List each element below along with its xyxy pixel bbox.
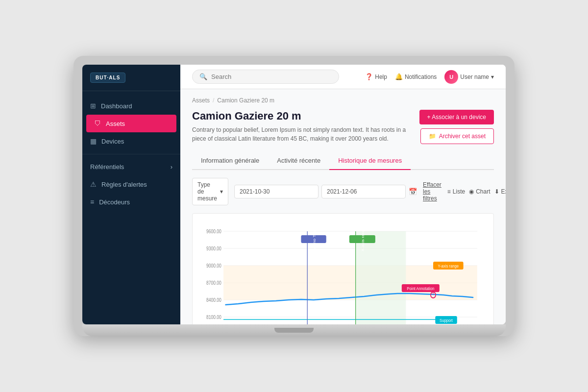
devices-icon: ▦ bbox=[90, 137, 97, 145]
action-buttons: + Associer à un device 📁 Archiver cet as… bbox=[419, 110, 494, 144]
sidebar-item-alertes[interactable]: ⚠ Règles d'alertes bbox=[82, 175, 180, 193]
svg-text:8700.00: 8700.00 bbox=[206, 280, 221, 286]
tab-historique-mesures[interactable]: Historique de mesures bbox=[329, 152, 411, 170]
sidebar-item-dashboard-label: Dashboard bbox=[101, 102, 132, 110]
search-box[interactable]: 🔍 bbox=[192, 70, 339, 84]
svg-text:X-axis range: X-axis range bbox=[360, 226, 365, 251]
page-title-section: Camion Gaziere 20 m Contrary to popular … bbox=[192, 110, 413, 143]
help-icon: ❓ bbox=[365, 73, 373, 80]
breadcrumb-separator: / bbox=[213, 97, 214, 104]
date-range: 📅 bbox=[234, 185, 417, 198]
sidebar-logo: BUT·ALS bbox=[82, 65, 180, 91]
list-icon: ≡ bbox=[447, 188, 451, 195]
tab-activite-recente[interactable]: Activité récente bbox=[268, 152, 329, 170]
svg-text:9000.00: 9000.00 bbox=[206, 263, 221, 269]
user-menu[interactable]: U User name ▾ bbox=[444, 70, 494, 84]
notifications-label: Notifications bbox=[405, 74, 437, 80]
laptop-frame: BUT·ALS ⊞ Dashboard ⛉ Assets ▦ Devices R… bbox=[74, 56, 514, 336]
sidebar: BUT·ALS ⊞ Dashboard ⛉ Assets ▦ Devices R… bbox=[82, 65, 180, 324]
help-button[interactable]: ❓ Help bbox=[365, 73, 387, 80]
header-right: ❓ Help 🔔 Notifications U User name ▾ bbox=[365, 70, 494, 84]
page-content: Assets / Camion Gaziere 20 m Camion Gazi… bbox=[180, 89, 506, 324]
clear-filters-button[interactable]: Effacer les filtres bbox=[423, 181, 441, 202]
help-label: Help bbox=[375, 74, 387, 80]
laptop-notch bbox=[274, 328, 314, 333]
export-icon: ⬇ bbox=[494, 188, 499, 195]
nav-divider bbox=[82, 154, 180, 154]
bell-icon: 🔔 bbox=[395, 73, 403, 80]
calendar-icon[interactable]: 📅 bbox=[409, 188, 417, 196]
sidebar-item-devices[interactable]: ▦ Devices bbox=[82, 132, 180, 150]
alert-icon: ⚠ bbox=[90, 180, 97, 188]
chart-svg: 9600.00 9300.00 9000.00 8700.00 8400.00 … bbox=[200, 221, 486, 324]
measure-type-label: Type de mesure bbox=[197, 181, 217, 202]
logo-box: BUT·ALS bbox=[90, 73, 125, 83]
sidebar-item-assets-label: Assets bbox=[106, 120, 125, 127]
chart-container: 9600.00 9300.00 9000.00 8700.00 8400.00 … bbox=[192, 213, 494, 324]
filters-row: Type de mesure ▾ 📅 Effacer les filtres ≡… bbox=[192, 178, 494, 205]
view-chart-label: Chart bbox=[476, 188, 490, 195]
tab-information-generale[interactable]: Information générale bbox=[192, 152, 268, 170]
svg-text:9300.00: 9300.00 bbox=[206, 246, 221, 251]
notifications-button[interactable]: 🔔 Notifications bbox=[395, 73, 437, 80]
svg-text:Anno Test: Anno Test bbox=[312, 229, 316, 249]
breadcrumb: Assets / Camion Gaziere 20 m bbox=[192, 97, 494, 104]
svg-text:8100.00: 8100.00 bbox=[206, 315, 221, 320]
view-list-label: Liste bbox=[453, 188, 465, 195]
avatar: U bbox=[444, 70, 458, 84]
user-name-label: User name bbox=[460, 74, 489, 80]
sidebar-item-devices-label: Devices bbox=[101, 138, 124, 145]
sidebar-item-decodeurs-label: Décodeurs bbox=[99, 198, 130, 206]
breadcrumb-current: Camion Gaziere 20 m bbox=[217, 97, 274, 104]
svg-text:Point Annotation: Point Annotation bbox=[407, 286, 434, 291]
chart-svg-wrapper: 9600.00 9300.00 9000.00 8700.00 8400.00 … bbox=[200, 221, 486, 324]
svg-text:Y-axis range: Y-axis range bbox=[438, 263, 459, 269]
sidebar-section-referentiels[interactable]: Référentiels › bbox=[82, 158, 180, 175]
assets-icon: ⛉ bbox=[94, 120, 101, 127]
sidebar-item-assets[interactable]: ⛉ Assets bbox=[86, 115, 176, 132]
archive-asset-button[interactable]: 📁 Archiver cet asset bbox=[420, 128, 494, 144]
page-header: Camion Gaziere 20 m Contrary to popular … bbox=[192, 110, 494, 144]
export-button[interactable]: ⬇ Exporter bbox=[494, 188, 506, 195]
header: 🔍 ❓ Help 🔔 Notifications U User name bbox=[180, 65, 506, 89]
page-description: Contrary to popular belief, Lorem Ipsum … bbox=[192, 125, 413, 143]
sidebar-nav: ⊞ Dashboard ⛉ Assets ▦ Devices Référenti… bbox=[82, 91, 180, 324]
search-icon: 🔍 bbox=[199, 73, 207, 80]
breadcrumb-assets[interactable]: Assets bbox=[192, 97, 210, 104]
date-to-input[interactable] bbox=[321, 185, 406, 198]
decoder-icon: ≡ bbox=[90, 198, 94, 206]
chevron-right-icon: › bbox=[171, 163, 172, 171]
chart-icon: ◉ bbox=[469, 188, 474, 195]
archive-label: Archiver cet asset bbox=[439, 133, 486, 140]
page-title: Camion Gaziere 20 m bbox=[192, 110, 413, 122]
chevron-down-icon: ▾ bbox=[491, 74, 494, 80]
svg-text:Support: Support bbox=[440, 318, 453, 323]
view-list-button[interactable]: ≡ Liste bbox=[447, 188, 465, 195]
tabs: Information générale Activité récente Hi… bbox=[192, 152, 494, 170]
sidebar-item-dashboard[interactable]: ⊞ Dashboard bbox=[82, 97, 180, 115]
laptop-base bbox=[82, 324, 506, 336]
svg-text:9600.00: 9600.00 bbox=[206, 229, 221, 234]
view-options: ≡ Liste ◉ Chart ⬇ Exporter bbox=[447, 188, 506, 195]
associate-device-button[interactable]: + Associer à un device bbox=[419, 110, 494, 124]
export-label: Exporter bbox=[501, 188, 506, 195]
sidebar-item-decodeurs[interactable]: ≡ Décodeurs bbox=[82, 193, 180, 211]
search-input[interactable] bbox=[211, 73, 332, 80]
svg-text:8400.00: 8400.00 bbox=[206, 297, 221, 303]
measure-type-select[interactable]: Type de mesure ▾ bbox=[192, 178, 228, 205]
laptop-screen: BUT·ALS ⊞ Dashboard ⛉ Assets ▦ Devices R… bbox=[82, 65, 506, 324]
dashboard-icon: ⊞ bbox=[90, 102, 96, 110]
view-chart-button[interactable]: ◉ Chart bbox=[469, 188, 490, 195]
sidebar-item-alertes-label: Règles d'alertes bbox=[101, 181, 147, 188]
chevron-down-icon: ▾ bbox=[220, 188, 223, 195]
main-content: 🔍 ❓ Help 🔔 Notifications U User name bbox=[180, 65, 506, 324]
date-from-input[interactable] bbox=[234, 185, 318, 198]
referentiels-label: Référentiels bbox=[90, 163, 124, 171]
archive-icon: 📁 bbox=[429, 133, 436, 140]
